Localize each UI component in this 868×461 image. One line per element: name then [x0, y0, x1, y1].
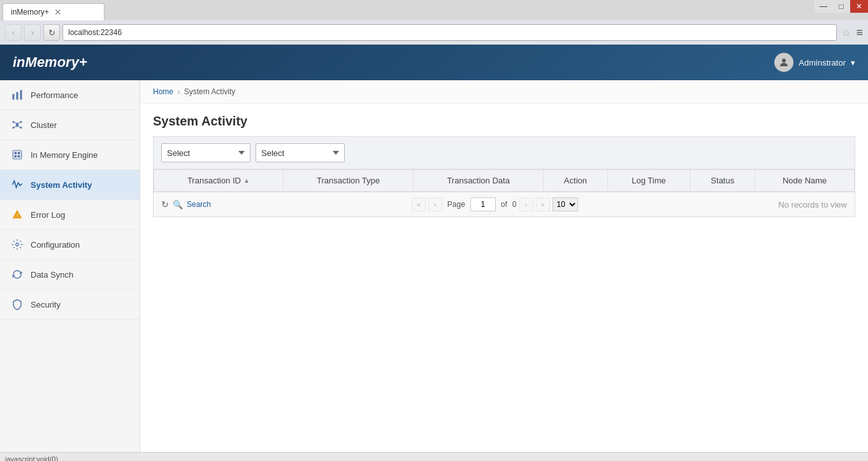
pagination-center: « ‹ Page of 0 › » 10 25 50 — [412, 197, 578, 211]
user-area: Adminstrator ▾ — [774, 53, 855, 72]
th-status: Status — [690, 170, 755, 192]
sidebar-item-cluster[interactable]: Cluster — [0, 110, 140, 140]
engine-icon — [10, 148, 24, 162]
browser-menu-button[interactable]: ≡ — [856, 26, 863, 39]
app-wrapper: inMemory+ Adminstrator ▾ Perfo — [0, 45, 868, 461]
data-table: Transaction ID ▲ Transaction Type Transa… — [154, 169, 855, 192]
svg-rect-3 — [20, 90, 22, 100]
chart-icon — [10, 88, 24, 102]
tab-close-button[interactable]: ✕ — [54, 7, 62, 17]
svg-rect-1 — [13, 94, 15, 100]
sidebar-label-error-log: Error Log — [31, 210, 65, 220]
sidebar-label-security: Security — [31, 300, 61, 309]
sidebar-label-in-memory-engine: In Memory Engine — [31, 150, 98, 160]
main-content: Home › System Activity System Activity S… — [140, 80, 868, 452]
sidebar: Performance Cluster — [0, 80, 140, 452]
page-size-select[interactable]: 10 25 50 — [553, 197, 578, 211]
window-maximize-button[interactable]: □ — [832, 0, 850, 13]
sidebar-item-error-log[interactable]: ! Error Log — [0, 200, 140, 230]
breadcrumb-current: System Activity — [184, 87, 236, 96]
svg-rect-14 — [15, 152, 17, 155]
svg-line-12 — [17, 126, 20, 127]
breadcrumb-separator: › — [177, 87, 180, 97]
user-name: Adminstrator — [799, 58, 846, 67]
svg-rect-17 — [18, 155, 20, 158]
svg-rect-2 — [17, 92, 18, 100]
th-log-time-label: Log Time — [632, 176, 665, 185]
no-records-text: No records to view — [778, 200, 847, 209]
page-number-input[interactable] — [470, 197, 496, 211]
no-records-area: No records to view — [778, 200, 847, 209]
svg-rect-15 — [18, 152, 20, 155]
sidebar-item-configuration[interactable]: Configuration — [0, 230, 140, 260]
browser-controls: ‹ › ↻ ☆ ≡ — [0, 20, 868, 45]
table-footer: ↻ 🔍 Search « ‹ Page of 0 › » — [154, 192, 855, 216]
sidebar-item-in-memory-engine[interactable]: In Memory Engine — [0, 140, 140, 170]
sidebar-item-system-activity[interactable]: System Activity — [0, 170, 140, 200]
th-transaction-data: Transaction Data — [414, 170, 544, 192]
th-status-label: Status — [711, 176, 734, 185]
status-text: javascript:void(0) — [5, 455, 58, 462]
page-header: System Activity — [140, 104, 868, 136]
th-action-label: Action — [564, 176, 587, 185]
svg-line-11 — [14, 126, 17, 127]
refresh-icon[interactable]: ↻ — [161, 199, 169, 209]
bookmark-button[interactable]: ☆ — [842, 27, 851, 39]
browser-tab[interactable]: inMemory+ ✕ — [3, 3, 105, 20]
pagination-left: ↻ 🔍 Search — [161, 199, 211, 209]
sidebar-item-performance[interactable]: Performance — [0, 80, 140, 110]
sidebar-label-performance: Performance — [31, 90, 78, 100]
th-action: Action — [544, 170, 608, 192]
tab-title: inMemory+ — [11, 8, 49, 17]
user-dropdown-icon[interactable]: ▾ — [851, 58, 855, 67]
sidebar-item-data-synch[interactable]: Data Synch — [0, 260, 140, 290]
browser-titlebar: inMemory+ ✕ — □ ✕ ‹ › ↻ ☆ ≡ — [0, 0, 868, 45]
activity-icon — [10, 178, 24, 192]
sidebar-label-data-synch: Data Synch — [31, 270, 73, 280]
app-logo: inMemory+ — [13, 54, 87, 71]
back-button[interactable]: ‹ — [5, 24, 22, 41]
svg-line-9 — [14, 122, 17, 124]
sync-icon — [10, 267, 24, 281]
prev-page-button[interactable]: ‹ — [428, 197, 442, 211]
sidebar-item-security[interactable]: Security — [0, 290, 140, 320]
of-label: of — [501, 200, 507, 209]
search-label[interactable]: Search — [187, 200, 211, 209]
last-page-button[interactable]: » — [536, 197, 550, 211]
filter-select-1[interactable]: Select Option 1 Option 2 — [161, 143, 250, 162]
sidebar-label-system-activity: System Activity — [31, 180, 92, 190]
app-header: inMemory+ Adminstrator ▾ — [0, 45, 868, 80]
error-icon: ! — [10, 208, 24, 222]
next-page-button[interactable]: › — [519, 197, 533, 211]
sidebar-label-cluster: Cluster — [31, 120, 57, 130]
th-transaction-type: Transaction Type — [283, 170, 414, 192]
breadcrumb-home[interactable]: Home — [153, 87, 173, 96]
svg-point-0 — [782, 59, 786, 62]
content-panel: Select Option 1 Option 2 Select Option 1… — [153, 136, 855, 217]
security-icon — [10, 297, 24, 311]
refresh-button[interactable]: ↻ — [43, 24, 60, 41]
filter-bar: Select Option 1 Option 2 Select Option 1… — [154, 137, 855, 169]
window-close-button[interactable]: ✕ — [850, 0, 868, 13]
page-title: System Activity — [153, 114, 855, 129]
address-bar[interactable] — [62, 24, 837, 41]
svg-point-4 — [16, 124, 19, 127]
th-transaction-data-label: Transaction Data — [447, 176, 510, 185]
th-log-time: Log Time — [607, 170, 690, 192]
search-icon: 🔍 — [173, 200, 183, 209]
total-pages: 0 — [512, 200, 517, 209]
svg-rect-16 — [15, 155, 17, 158]
sort-icon: ▲ — [243, 177, 250, 184]
first-page-button[interactable]: « — [412, 197, 426, 211]
sidebar-label-configuration: Configuration — [31, 240, 80, 250]
filter-select-2[interactable]: Select Option 1 Option 2 — [256, 143, 345, 162]
th-transaction-id-label: Transaction ID — [187, 176, 241, 185]
window-minimize-button[interactable]: — — [814, 0, 832, 13]
user-avatar — [774, 53, 793, 72]
svg-line-10 — [17, 122, 20, 124]
forward-button[interactable]: › — [24, 24, 41, 41]
cluster-icon — [10, 118, 24, 132]
th-transaction-id[interactable]: Transaction ID ▲ — [154, 170, 284, 192]
svg-text:!: ! — [17, 213, 18, 218]
app-body: Performance Cluster — [0, 80, 868, 452]
